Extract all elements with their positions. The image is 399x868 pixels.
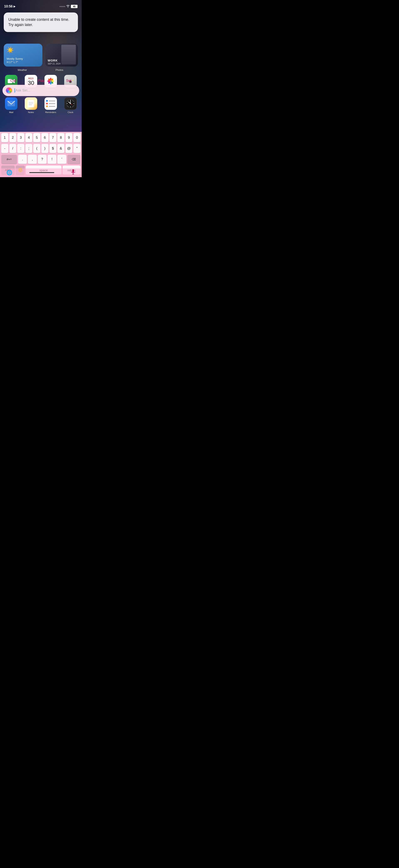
key-5[interactable]: 5 [33, 133, 40, 142]
reminders-list-visual [44, 98, 57, 109]
svg-point-38 [70, 103, 71, 104]
widgets-row: ☀️ Mostly Sunny H:17° L:7° WORK SEP 22, … [4, 44, 78, 66]
key-ampersand[interactable]: & [57, 144, 64, 153]
key-semicolon[interactable]: ; [25, 144, 32, 153]
key-exclaim[interactable]: ! [47, 155, 56, 164]
key-9[interactable]: 9 [65, 133, 72, 142]
siri-suggestions: Call | Play | Set [2, 76, 79, 85]
alert-box: Unable to create content at this time. T… [4, 12, 78, 32]
status-time: 10:56 ▶ [4, 5, 15, 8]
keyboard-number-row: 1 2 3 4 5 6 7 8 9 0 [1, 133, 80, 142]
key-quote[interactable]: " [73, 144, 80, 153]
key-3[interactable]: 3 [17, 133, 24, 142]
mail-label: Mail [9, 111, 13, 114]
notes-label: Notes [28, 111, 34, 114]
key-8[interactable]: 8 [57, 133, 64, 142]
bottom-bar: 🌐 [0, 168, 82, 176]
reminder-item-3 [46, 105, 55, 107]
key-comma[interactable]: , [28, 155, 37, 164]
key-apostrophe[interactable]: ' [57, 155, 66, 164]
key-colon[interactable]: : [17, 144, 24, 153]
key-hash-toggle[interactable]: #+= [1, 155, 17, 164]
svg-rect-39 [72, 169, 74, 173]
signal-icon [60, 6, 65, 7]
app-notes[interactable]: Notes [24, 97, 38, 114]
wifi-icon [66, 5, 70, 8]
siri-bar: Call | Play | Set Ask Siri... [2, 76, 79, 96]
weather-sun-icon: ☀️ [7, 46, 39, 54]
key-close-paren[interactable]: ) [41, 144, 48, 153]
key-dollar[interactable]: $ [49, 144, 57, 153]
reminder-item-1 [46, 100, 55, 102]
notes-icon [25, 97, 37, 110]
siri-placeholder: Ask Siri... [15, 88, 30, 93]
weather-condition: Mostly Sunny [7, 57, 39, 60]
key-question[interactable]: ? [38, 155, 46, 164]
siri-cursor [14, 88, 15, 93]
clock-label: Clock [68, 111, 73, 114]
key-period[interactable]: . [18, 155, 27, 164]
weather-temp: H:17° L:7° [7, 61, 39, 64]
photo-label: WORK SEP 22, 2024 [45, 57, 78, 66]
key-at[interactable]: @ [65, 144, 72, 153]
status-bar: 10:56 ▶ 45 [0, 0, 82, 10]
siri-input-wrapper[interactable]: Ask Siri... [2, 85, 79, 96]
location-arrow-icon: ▶ [13, 5, 15, 8]
key-7[interactable]: 7 [49, 133, 57, 142]
key-delete[interactable]: ⌫ [67, 155, 80, 164]
photos-app-label: Photos [41, 69, 78, 71]
app-reminders[interactable]: Reminders [43, 97, 58, 114]
home-indicator [29, 172, 54, 173]
siri-icon [6, 87, 12, 94]
key-slash[interactable]: / [9, 144, 16, 153]
key-open-paren[interactable]: ( [33, 144, 40, 153]
photo-date: SEP 22, 2024 [48, 63, 76, 65]
reminders-label: Reminders [45, 111, 56, 114]
widget-labels: Weather Photos [4, 69, 78, 71]
app-row-2: Mail Notes [4, 97, 78, 114]
siri-input-area[interactable]: Ask Siri... [14, 88, 76, 93]
app-clock[interactable]: Clock [63, 97, 78, 114]
key-0[interactable]: 0 [73, 133, 80, 142]
weather-widget[interactable]: ☀️ Mostly Sunny H:17° L:7° [4, 44, 42, 66]
siri-suggest-play[interactable]: Play [36, 78, 47, 84]
siri-suggest-call[interactable]: Call [8, 78, 18, 84]
reminder-item-2 [46, 103, 55, 104]
battery-indicator: 45 [71, 5, 77, 8]
clock-icon [64, 97, 77, 110]
key-1[interactable]: 1 [1, 133, 8, 142]
siri-suggest-set[interactable]: Set [64, 78, 73, 84]
photos-widget[interactable]: WORK SEP 22, 2024 [45, 44, 78, 66]
globe-icon[interactable]: 🌐 [6, 170, 12, 176]
key-4[interactable]: 4 [25, 133, 32, 142]
key-minus[interactable]: - [1, 144, 8, 153]
app-mail[interactable]: Mail [4, 97, 19, 114]
key-6[interactable]: 6 [41, 133, 48, 142]
photo-album: WORK [48, 59, 76, 62]
siri-icon-inner [6, 88, 11, 93]
keyboard-special-row: #+= . , ? ! ' ⌫ [1, 155, 80, 164]
microphone-icon[interactable] [71, 169, 75, 176]
alert-message: Unable to create content at this time. T… [8, 17, 73, 27]
weather-app-label: Weather [4, 69, 41, 71]
keyboard-symbol-row: - / : ; ( ) $ & @ " [1, 144, 80, 153]
mail-icon [5, 97, 18, 110]
key-2[interactable]: 2 [9, 133, 16, 142]
reminders-icon [44, 97, 57, 110]
status-right: 45 [60, 5, 77, 8]
